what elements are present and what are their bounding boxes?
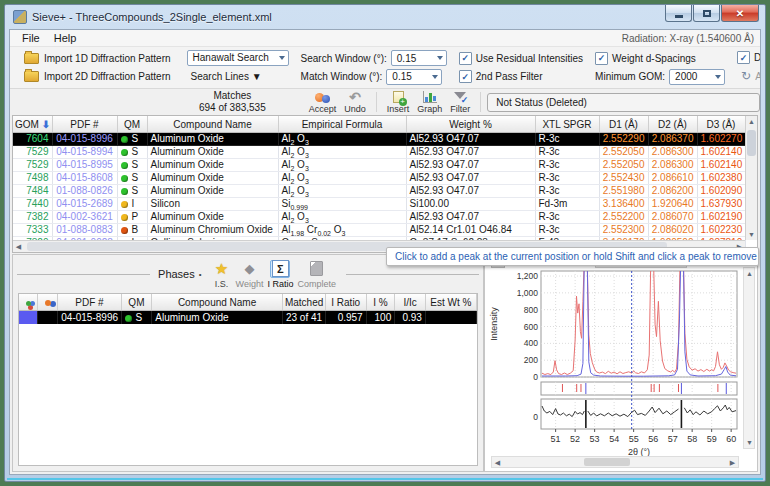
- search-lines-button[interactable]: Search Lines ▼: [187, 67, 289, 86]
- phases-tab-i-ratio[interactable]: ΣI Ratio: [267, 260, 293, 289]
- second-pass-label: 2nd Pass Filter: [476, 71, 543, 82]
- svg-text:800: 800: [524, 305, 538, 315]
- column-header-compound-name[interactable]: Compound Name: [147, 116, 278, 133]
- qm-cell: I: [117, 198, 147, 211]
- close-icon: ✕: [736, 8, 744, 19]
- qm-status-icon: [121, 227, 128, 234]
- undo-button[interactable]: ↶ Undo: [344, 91, 366, 114]
- column-header-d1-[interactable]: D1 (Å): [599, 116, 648, 133]
- match-window-select[interactable]: 0.15: [386, 69, 442, 85]
- phases-column-header-pdf-[interactable]: PDF #: [58, 294, 121, 311]
- maximize-button[interactable]: [693, 5, 720, 22]
- phases-dots-header[interactable]: [37, 294, 57, 311]
- scroll-down-icon[interactable]: ▼: [746, 229, 757, 240]
- phases-globe-header[interactable]: [19, 294, 37, 311]
- column-header-empirical-formula[interactable]: Empirical Formula: [278, 116, 406, 133]
- compound-name-cell: Silicon: [147, 198, 278, 211]
- undo-icon: ↶: [349, 92, 361, 102]
- d1-cell: 2.552050: [599, 159, 648, 172]
- scroll-up-icon[interactable]: ▲: [744, 268, 755, 279]
- qm-status-icon: [121, 175, 128, 182]
- gom-cell: 7529: [13, 159, 52, 172]
- result-row[interactable]: 752904-015-8995SAluminum OxideAl2 O3Al52…: [13, 159, 745, 172]
- scroll-down-icon[interactable]: ▼: [744, 437, 755, 448]
- d2-cell: 2.086020: [648, 224, 697, 237]
- weight-percent-cell: Al52.93 O47.07: [406, 172, 535, 185]
- phases-tab-label: I Ratio: [267, 279, 293, 289]
- import-1d-button[interactable]: Import 1D Diffraction Pattern: [20, 49, 175, 68]
- space-group-cell: R-3c: [535, 146, 599, 159]
- apply-settings-button[interactable]: ↻ Apply Settings: [737, 67, 761, 86]
- phases-tab-label: I.S.: [215, 279, 229, 289]
- minimum-gom-select[interactable]: 2000: [669, 69, 725, 85]
- column-header-qm[interactable]: QM: [117, 116, 147, 133]
- close-button[interactable]: ✕: [721, 5, 759, 22]
- result-row[interactable]: 749804-015-8608SAluminum OxideAl2 O3Al52…: [13, 172, 745, 185]
- filter-button[interactable]: Filter: [450, 91, 470, 114]
- menu-file[interactable]: File: [16, 31, 46, 45]
- minimize-button[interactable]: [665, 5, 692, 22]
- scrollbar-thumb[interactable]: [747, 130, 756, 156]
- phases-column-header-qm[interactable]: QM: [121, 294, 152, 311]
- scrollbar-thumb[interactable]: [584, 458, 630, 466]
- scroll-left-icon[interactable]: ◀: [13, 241, 24, 252]
- result-row[interactable]: 760404-015-8996SAluminum OxideAl2 O3Al52…: [13, 133, 745, 146]
- column-header-pdf-[interactable]: PDF #: [52, 116, 117, 133]
- pdf-number-cell: 04-015-8996: [58, 311, 121, 325]
- column-header-d3-[interactable]: D3 (Å): [697, 116, 745, 133]
- document-icon: [310, 261, 323, 276]
- diffraction-chart[interactable]: 02004006008001,0001,200Intensity05152535…: [487, 267, 747, 459]
- menu-help[interactable]: Help: [48, 31, 83, 45]
- phases-column-header-compound-name[interactable]: Compound Name: [152, 294, 283, 311]
- svg-text:200: 200: [524, 355, 538, 365]
- match-window-value: 0.15: [392, 71, 411, 82]
- space-group-cell: R-3c: [535, 224, 599, 237]
- import-2d-button[interactable]: Import 2D Diffraction Pattern: [20, 68, 175, 87]
- column-header-weight-[interactable]: Weight %: [406, 116, 535, 133]
- phase-row[interactable]: 04-015-8996SAluminum Oxide23 of 410.9571…: [19, 311, 477, 325]
- results-vertical-scrollbar[interactable]: ▲ ▼: [745, 116, 757, 240]
- svg-text:57: 57: [668, 434, 678, 444]
- chart-vertical-scrollbar[interactable]: ▲ ▼: [743, 267, 755, 449]
- minimize-icon: [675, 15, 683, 18]
- search-mode-select[interactable]: Hanawalt Search: [187, 50, 289, 66]
- sigma-icon: Σ: [272, 260, 289, 277]
- search-window-select[interactable]: 0.15: [391, 50, 447, 66]
- column-header-xtl-spgr[interactable]: XTL SPGR: [535, 116, 599, 133]
- scroll-left-icon[interactable]: ◀: [492, 457, 503, 468]
- phases-column-header-est-wt-[interactable]: Est Wt %: [425, 294, 476, 311]
- maximize-icon: [703, 10, 711, 17]
- phases-column-header-i-ic[interactable]: I/Ic: [395, 294, 426, 311]
- result-row[interactable]: 744004-015-2689ISiliconSi0.999Si100.00Fd…: [13, 198, 745, 211]
- compound-name-cell: Aluminum Oxide: [147, 159, 278, 172]
- use-residual-checkbox[interactable]: Use Residual Intensities: [459, 50, 583, 67]
- graph-button[interactable]: Graph: [417, 91, 442, 114]
- column-header-gom[interactable]: GOM ⬇: [13, 116, 52, 133]
- phases-column-header-i-[interactable]: I %: [366, 294, 395, 311]
- weight-percent-cell: Al52.93 O47.07: [406, 159, 535, 172]
- scroll-right-icon[interactable]: ▶: [727, 457, 738, 468]
- result-row[interactable]: 733301-088-0883BAluminum Chromium OxideA…: [13, 224, 745, 237]
- phases-tab-weight[interactable]: ◆Weight: [236, 260, 264, 289]
- phases-column-header-i-ratio[interactable]: I Ratio: [325, 294, 366, 311]
- column-header-d2-[interactable]: D2 (Å): [648, 116, 697, 133]
- weight-dspacings-checkbox[interactable]: Weight d-Spacings: [595, 50, 725, 67]
- formula-cell: Al2 O3: [278, 133, 406, 146]
- iratio-cell: 0.957: [325, 311, 366, 325]
- phases-tab-complete[interactable]: Complete: [297, 260, 336, 289]
- result-row[interactable]: 738204-002-3621PAluminum OxideAl2 O3Al52…: [13, 211, 745, 224]
- result-row[interactable]: 752904-015-8994SAluminum OxideAl2 O3Al52…: [13, 146, 745, 159]
- chart-horizontal-scrollbar[interactable]: ◀ ▶: [491, 456, 739, 468]
- result-row[interactable]: 748401-088-0826SAluminum OxideAl2 O3Al52…: [13, 185, 745, 198]
- weight-percent-cell: Al52.93 O47.07: [406, 146, 535, 159]
- sort-descending-icon: ⬇: [39, 119, 50, 130]
- dynamic-settings-checkbox[interactable]: Dynamic Settings: [737, 49, 761, 66]
- accept-button[interactable]: Accept: [309, 91, 337, 114]
- second-pass-checkbox[interactable]: 2nd Pass Filter: [459, 68, 583, 85]
- insert-button[interactable]: Insert: [387, 91, 410, 114]
- scroll-up-icon[interactable]: ▲: [746, 116, 757, 127]
- phases-tab-i-s-[interactable]: ★I.S.: [212, 260, 232, 289]
- phases-column-header-matched[interactable]: Matched: [282, 294, 325, 311]
- status-filter-field[interactable]: Not Status (Deleted): [487, 93, 760, 112]
- titlebar: Sieve+ - ThreeCompounds_2Single_element.…: [5, 5, 765, 29]
